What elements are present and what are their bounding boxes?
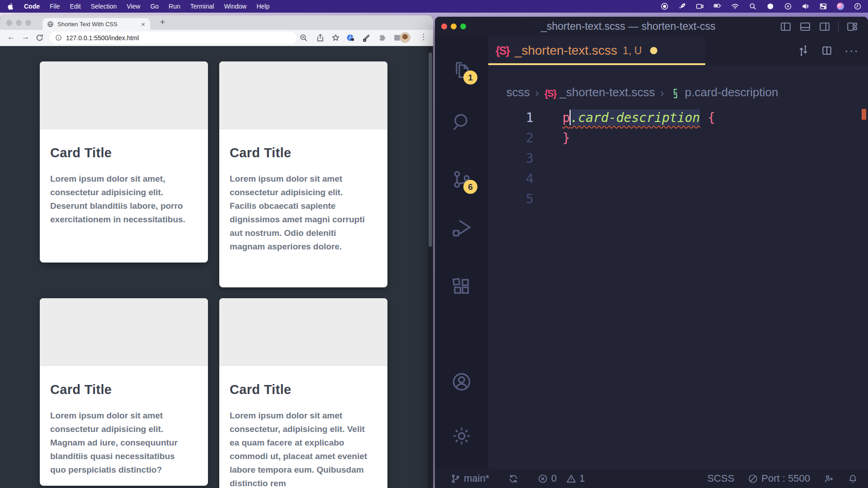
code-editor[interactable]: 1 p.card-description { 2 } 3 4 5	[488, 107, 868, 469]
line-number[interactable]: 4	[488, 169, 533, 189]
menu-item-help[interactable]: Help	[256, 3, 269, 10]
language-mode[interactable]: SCSS	[707, 473, 734, 484]
code-tag-token[interactable]: p	[562, 110, 570, 125]
live-server-port-item[interactable]: Port : 5500	[748, 473, 810, 484]
profile-avatar[interactable]	[400, 32, 410, 43]
line-number[interactable]: 5	[488, 189, 533, 209]
run-and-debug-icon[interactable]	[451, 217, 472, 239]
code-line[interactable]: 2 }	[488, 128, 868, 148]
menu-item-selection[interactable]: Selection	[91, 3, 117, 10]
error-count: 0	[551, 473, 557, 484]
menu-app-name[interactable]: Code	[24, 3, 40, 10]
breadcrumb-file[interactable]: _shorten-text.scss	[560, 85, 655, 99]
extensions-icon[interactable]	[451, 276, 472, 297]
address-bar[interactable]: 127.0.0.1:5500/index.html	[50, 32, 297, 44]
customize-layout-icon[interactable]	[846, 21, 858, 33]
reload-icon[interactable]	[35, 33, 44, 42]
close-window-button[interactable]	[441, 23, 447, 29]
card-title: Card Title	[230, 145, 370, 160]
zoom-window-button[interactable]	[25, 20, 31, 26]
wifi-icon[interactable]	[731, 2, 739, 10]
toggle-panel-icon[interactable]	[799, 21, 811, 33]
do-not-disturb-icon[interactable]	[766, 2, 774, 10]
menu-item-file[interactable]: File	[50, 3, 60, 10]
page-scrollbar	[428, 46, 433, 488]
breadcrumb-separator: ›	[535, 87, 539, 99]
menu-item-view[interactable]: View	[127, 3, 140, 10]
git-branch-item[interactable]: main*	[450, 473, 489, 484]
battery-icon[interactable]	[713, 2, 722, 10]
breadcrumb-folder[interactable]: scss	[506, 85, 530, 99]
menu-item-window[interactable]: Window	[224, 3, 247, 10]
page-scrollbar-thumb[interactable]	[429, 52, 432, 247]
screen-time-icon[interactable]	[346, 33, 355, 42]
problems-item[interactable]: 0 1	[538, 473, 585, 484]
feedback-icon[interactable]	[824, 474, 834, 484]
zoom-in-icon[interactable]	[299, 33, 308, 42]
search-icon[interactable]	[451, 111, 472, 133]
code-open-brace[interactable]: {	[708, 110, 715, 125]
forward-button[interactable]: →	[22, 33, 29, 42]
line-number[interactable]: 3	[488, 148, 533, 169]
open-changes-icon[interactable]	[797, 45, 809, 56]
close-window-button[interactable]	[6, 20, 12, 26]
account-icon[interactable]	[451, 371, 472, 393]
clock-icon[interactable]	[854, 2, 862, 10]
play-circle-icon[interactable]	[784, 2, 792, 10]
code-line[interactable]: 4	[488, 169, 868, 189]
screen-record-icon[interactable]	[696, 2, 704, 10]
minimize-window-button[interactable]	[451, 23, 457, 29]
symbol-class-icon	[670, 88, 681, 99]
web-page: Card Title Lorem ipsum dolor sit amet, c…	[0, 46, 433, 488]
menu-item-run[interactable]: Run	[169, 3, 180, 10]
tab-filename: _shorten-text.scss	[514, 43, 617, 58]
bookmark-star-icon[interactable]	[331, 33, 340, 42]
card-title: Card Title	[50, 145, 191, 160]
source-control-badge: 6	[463, 180, 477, 194]
titlebar-divider	[838, 21, 839, 32]
siri-icon[interactable]	[837, 3, 844, 10]
record-icon[interactable]	[660, 2, 669, 10]
new-tab-button[interactable]: +	[157, 17, 168, 27]
browser-tab[interactable]: Shorten Text With CSS ×	[42, 18, 150, 30]
code-close-brace[interactable]: }	[562, 128, 570, 148]
code-class-token[interactable]: .card-description	[571, 109, 700, 126]
back-button[interactable]: ←	[7, 33, 15, 42]
more-options-icon[interactable]: ⋮	[420, 32, 427, 42]
zoom-window-button[interactable]	[460, 23, 466, 29]
menu-item-terminal[interactable]: Terminal	[190, 3, 214, 10]
editor-tab[interactable]: {S} _shorten-text.scss 1, U	[488, 36, 705, 65]
split-editor-icon[interactable]	[821, 45, 833, 56]
notifications-bell-icon[interactable]	[848, 474, 858, 484]
sync-icon[interactable]	[508, 474, 519, 484]
rocket-icon[interactable]	[678, 2, 686, 10]
minimize-window-button[interactable]	[16, 20, 22, 26]
menu-item-go[interactable]: Go	[150, 3, 159, 10]
toggle-secondary-sidebar-icon[interactable]	[819, 21, 830, 33]
color-picker-icon[interactable]	[362, 33, 371, 42]
volume-icon[interactable]	[802, 2, 810, 10]
more-actions-icon[interactable]: ···	[844, 44, 859, 58]
extensions-puzzle-icon[interactable]	[378, 33, 387, 42]
code-line[interactable]: 3	[488, 148, 868, 169]
card-title: Card Title	[50, 382, 191, 397]
close-tab-icon[interactable]: ×	[140, 20, 146, 28]
apple-logo-icon[interactable]	[7, 3, 14, 10]
spotlight-search-icon[interactable]	[749, 2, 757, 10]
line-number[interactable]: 1	[488, 108, 533, 128]
share-icon[interactable]	[316, 33, 325, 42]
browser-window-controls	[6, 20, 31, 26]
sass-file-icon: {S}	[544, 88, 556, 99]
toggle-primary-sidebar-icon[interactable]	[780, 21, 792, 33]
site-info-icon[interactable]	[55, 34, 62, 41]
code-line[interactable]: 1 p.card-description {	[488, 108, 868, 128]
menu-item-edit[interactable]: Edit	[70, 3, 81, 10]
line-number[interactable]: 2	[488, 128, 533, 148]
breadcrumb-symbol[interactable]: p.card-description	[685, 85, 778, 99]
vscode-window-controls	[435, 23, 476, 29]
unsaved-changes-dot[interactable]	[650, 47, 657, 54]
port-label: Port : 5500	[761, 473, 810, 484]
control-center-icon[interactable]	[819, 2, 827, 10]
settings-gear-icon[interactable]	[451, 425, 472, 447]
code-line[interactable]: 5	[488, 189, 868, 209]
